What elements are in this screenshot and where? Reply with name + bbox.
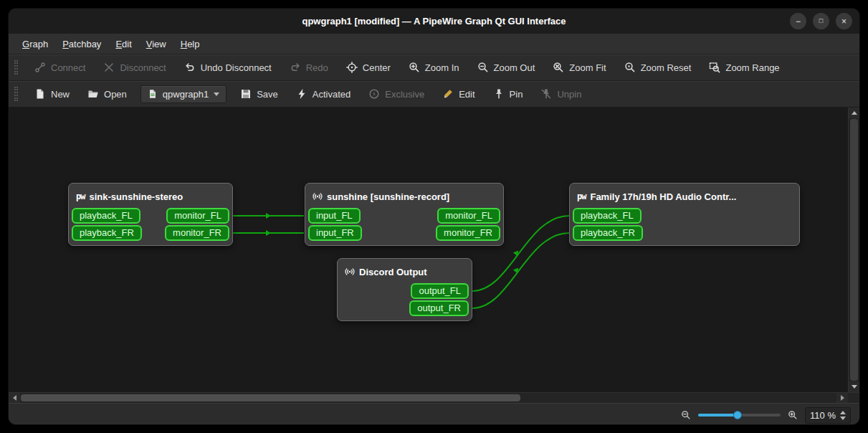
port-monitor-fr[interactable]: monitor_FR (436, 225, 500, 241)
disconnect-button[interactable]: Disconnect (99, 58, 170, 77)
pin-button[interactable]: Pin (489, 85, 528, 103)
zoom-range-label: Zoom Range (725, 62, 779, 73)
horizontal-scroll-thumb[interactable] (21, 394, 520, 401)
unpin-icon (540, 88, 552, 100)
menu-graph[interactable]: Graph (16, 36, 54, 52)
toolbar-handle[interactable] (14, 87, 18, 101)
zoom-out-button[interactable]: Zoom Out (473, 58, 540, 77)
node-family-hd-audio[interactable]: Family 17h/19h HD Audio Contr... playbac… (569, 183, 800, 246)
vertical-scroll-track[interactable] (849, 118, 859, 381)
arrow-up-icon (852, 111, 857, 115)
scroll-left-button[interactable] (9, 393, 20, 403)
disconnect-icon (103, 62, 115, 73)
menu-edit[interactable]: Edit (109, 36, 138, 52)
zoom-spinbox[interactable]: 110 % (805, 407, 851, 424)
zoom-reset-button[interactable]: Zoom Reset (620, 58, 696, 77)
scroll-down-button[interactable] (849, 381, 859, 392)
pin-label: Pin (510, 89, 523, 100)
zoom-range-button[interactable]: Zoom Range (705, 58, 783, 77)
zoom-in-button[interactable]: Zoom In (404, 58, 464, 77)
scroll-right-button[interactable] (836, 393, 848, 403)
port-playback-fr[interactable]: playback_FR (72, 225, 142, 241)
port-playback-fl[interactable]: playback_FL (573, 208, 642, 224)
connection-arrow (513, 266, 521, 273)
new-label: New (51, 89, 70, 100)
center-label: Center (363, 62, 391, 73)
unpin-label: Unpin (557, 89, 581, 100)
port-input-fl[interactable]: input_FL (308, 208, 361, 224)
menu-bar: Graph Patchbay Edit View Help (9, 34, 859, 54)
edit-button[interactable]: Edit (438, 85, 479, 103)
exclusive-icon (368, 88, 380, 100)
unpin-button[interactable]: Unpin (536, 85, 586, 103)
minimize-button[interactable]: − (790, 13, 806, 29)
zoom-slider-fill (698, 414, 738, 417)
save-button[interactable]: Save (236, 85, 282, 103)
port-output-fr[interactable]: output_FR (409, 300, 469, 316)
port-playback-fl[interactable]: playback_FL (72, 208, 140, 224)
node-discord-output[interactable]: Discord Output output_FL output_FR (337, 258, 472, 321)
window-controls: − □ × (790, 9, 852, 34)
zoom-controls: 110 % (681, 407, 851, 424)
menu-view[interactable]: View (140, 36, 173, 52)
node-header: Discord Output (340, 259, 469, 283)
menu-help[interactable]: Help (174, 36, 206, 52)
port-monitor-fr[interactable]: monitor_FR (165, 225, 229, 241)
node-header: sunshine [sunshine-record] (307, 184, 501, 208)
port-monitor-fl[interactable]: monitor_FL (437, 208, 500, 224)
spin-up-icon[interactable] (840, 411, 846, 414)
stream-icon (345, 267, 355, 277)
new-button[interactable]: New (30, 85, 74, 103)
undo-icon (184, 62, 196, 73)
zoom-fit-button[interactable]: Zoom Fit (548, 58, 610, 77)
center-icon (346, 62, 358, 73)
close-button[interactable]: × (836, 13, 852, 29)
zoom-in-icon (409, 62, 420, 73)
node-title: sunshine [sunshine-record] (327, 191, 449, 202)
redo-button[interactable]: Redo (285, 58, 333, 77)
port-output-fl[interactable]: output_FL (411, 283, 469, 299)
zoom-out-label: Zoom Out (494, 62, 535, 73)
edit-label: Edit (459, 89, 474, 100)
graph-canvas[interactable]: sink-sunshine-stereo playback_FL playbac… (9, 108, 848, 392)
undo-disconnect-button[interactable]: Undo Disconnect (180, 58, 276, 77)
activated-button[interactable]: Activated (292, 85, 355, 103)
patchbay-combo[interactable]: qpwgraph1 (140, 85, 226, 103)
vertical-scroll-thumb[interactable] (850, 119, 858, 381)
node-sink-sunshine-stereo[interactable]: sink-sunshine-stereo playback_FL playbac… (68, 183, 233, 246)
redo-icon (290, 62, 301, 73)
port-input-fr[interactable]: input_FR (308, 225, 362, 241)
app-window: qpwgraph1 [modified] — A PipeWire Graph … (8, 8, 860, 425)
horizontal-scrollbar[interactable] (9, 392, 859, 403)
port-playback-fr[interactable]: playback_FR (573, 225, 643, 241)
zoom-slider-handle[interactable] (733, 411, 742, 419)
chevron-down-icon (214, 92, 219, 96)
open-button[interactable]: Open (83, 85, 131, 103)
title-bar[interactable]: qpwgraph1 [modified] — A PipeWire Graph … (9, 9, 859, 34)
center-button[interactable]: Center (342, 58, 395, 77)
zoom-reset-icon (624, 62, 636, 73)
zoom-in-icon[interactable] (788, 410, 798, 420)
node-sunshine-record[interactable]: sunshine [sunshine-record] input_FL inpu… (305, 183, 504, 246)
zoom-out-icon[interactable] (681, 410, 691, 420)
canvas-row: sink-sunshine-stereo playback_FL playbac… (9, 107, 859, 392)
open-folder-icon (87, 88, 99, 100)
save-icon (240, 88, 252, 100)
arrow-right-icon (841, 395, 844, 401)
maximize-button[interactable]: □ (813, 13, 829, 29)
toolbar-handle[interactable] (14, 60, 18, 75)
window-title: qpwgraph1 [modified] — A PipeWire Graph … (302, 16, 566, 27)
connection-arrow (266, 230, 271, 236)
horizontal-scroll-track[interactable] (20, 393, 836, 403)
zoom-slider[interactable] (698, 409, 781, 421)
pin-icon (493, 88, 505, 100)
exclusive-button[interactable]: Exclusive (364, 85, 429, 103)
spin-down-icon[interactable] (840, 417, 846, 420)
port-monitor-fl[interactable]: monitor_FL (166, 208, 229, 224)
scroll-up-button[interactable] (849, 108, 859, 118)
connect-button[interactable]: Connect (30, 58, 90, 77)
activated-label: Activated (313, 89, 350, 100)
node-title: Family 17h/19h HD Audio Contr... (590, 191, 736, 202)
menu-patchbay[interactable]: Patchbay (56, 36, 108, 52)
vertical-scrollbar[interactable] (848, 108, 859, 392)
